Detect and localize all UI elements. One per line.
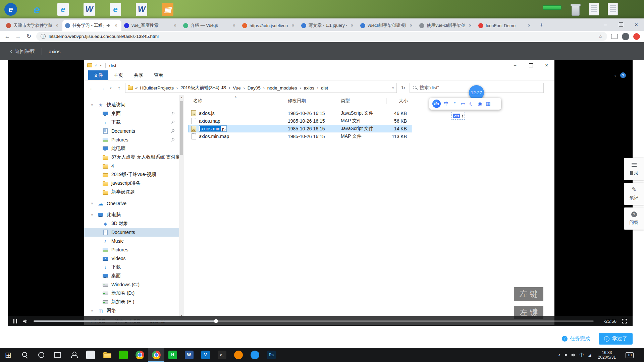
tray-clock[interactable]: 16:33 2020/5/31 xyxy=(595,350,619,360)
taskbar-app[interactable] xyxy=(230,348,247,362)
nav-item[interactable]: 下载 xyxy=(84,118,179,127)
ribbon-tab[interactable]: 主页 xyxy=(108,70,128,80)
taskbar-app[interactable]: W xyxy=(181,348,197,362)
nav-item[interactable]: 新毕设课题 xyxy=(84,188,179,196)
ime-tool-icon[interactable]: ” xyxy=(451,101,458,107)
file-row[interactable]: axios.js 1985-10-26 16:15 JavaScript 文件 … xyxy=(188,109,412,117)
tab-close-icon[interactable] xyxy=(54,23,60,28)
desktop-icon[interactable]: e xyxy=(29,1,45,17)
desktop-icon[interactable]: W xyxy=(81,1,97,17)
breadcrumb-segment[interactable]: axios xyxy=(304,85,321,90)
task-complete-status[interactable]: 任务完成 xyxy=(562,336,590,342)
desktop-icon[interactable]: ▦ xyxy=(160,1,176,17)
address-breadcrumb-bar[interactable]: « HBuilderProjects 2019级大前端(3+4)-JS Vue xyxy=(125,83,397,93)
tray-ime-indicator[interactable]: 中 xyxy=(580,352,584,358)
nav-item[interactable]: Music xyxy=(84,237,179,245)
explorer-maximize-button[interactable] xyxy=(523,60,539,70)
taskbar-app[interactable] xyxy=(16,348,33,362)
tray-expand-icon[interactable] xyxy=(558,353,561,357)
nav-item[interactable]: 桌面 xyxy=(84,272,179,280)
tab-close-icon[interactable] xyxy=(231,23,237,28)
pause-button[interactable] xyxy=(13,319,17,323)
desktop-icon[interactable]: e xyxy=(107,1,123,17)
back-button[interactable]: ← xyxy=(4,33,11,40)
volume-button[interactable] xyxy=(22,318,28,324)
tab-close-icon[interactable] xyxy=(113,23,119,28)
ime-tool-icon[interactable]: ◉ xyxy=(476,101,483,107)
browser-tab[interactable]: 天津市大学软件学院 W xyxy=(3,20,62,31)
ribbon-tab[interactable]: 查看 xyxy=(149,70,169,80)
breadcrumb-segment[interactable]: node_modules xyxy=(267,85,304,90)
help-icon[interactable] xyxy=(620,72,626,78)
course-tool-button[interactable]: 问答 xyxy=(624,207,644,230)
breadcrumb-segment[interactable]: Vue xyxy=(233,85,248,90)
nav-scrollbar[interactable]: ▴ ▾ xyxy=(179,95,184,318)
tray-network-icon[interactable] xyxy=(588,353,591,358)
browser-tab[interactable]: 使用vue-cli脚手架创建 xyxy=(417,20,476,31)
desktop-file-icon[interactable] xyxy=(608,3,618,15)
collapse-ribbon-icon[interactable] xyxy=(614,74,616,77)
taskbar-app[interactable] xyxy=(0,348,16,362)
nav-item[interactable]: OneDrive xyxy=(84,199,179,208)
tab-close-icon[interactable] xyxy=(526,23,532,28)
nav-item[interactable]: 2019版-千锋vue-视频 xyxy=(84,170,179,179)
nav-item[interactable]: Pictures xyxy=(84,245,179,254)
taskbar-app[interactable] xyxy=(33,348,49,362)
tab-close-icon[interactable] xyxy=(408,23,414,28)
ime-tool-icon[interactable]: ▦ xyxy=(485,101,492,107)
refresh-button[interactable] xyxy=(398,85,408,90)
bookmark-star-icon[interactable] xyxy=(598,34,603,40)
nav-item[interactable]: 下载 xyxy=(84,263,179,272)
ribbon-tab[interactable]: 文件 xyxy=(88,70,108,80)
column-header[interactable]: 大小 xyxy=(386,98,410,104)
column-header[interactable]: 修改日期 xyxy=(285,98,338,104)
reading-list-icon[interactable] xyxy=(611,34,618,39)
show-desktop-strip[interactable] xyxy=(641,348,643,362)
taskbar-app[interactable]: Ps xyxy=(263,348,279,362)
nav-item[interactable]: 3D 对象 xyxy=(84,219,179,228)
taskbar-app[interactable] xyxy=(99,348,115,362)
usb-status-widget[interactable] xyxy=(543,5,561,10)
course-tool-button[interactable]: 笔记 xyxy=(624,183,644,205)
browser-tab[interactable]: IconFont Demo xyxy=(476,20,535,31)
new-tab-button[interactable] xyxy=(537,20,546,30)
site-info-icon[interactable] xyxy=(41,34,46,39)
profile-avatar[interactable] xyxy=(622,33,629,40)
browser-tab[interactable]: 写文章 - 1.1 jquery - xyxy=(299,20,358,31)
forward-button[interactable]: → xyxy=(15,33,21,40)
explorer-minimize-button[interactable] xyxy=(507,60,523,70)
tray-volume-icon[interactable] xyxy=(571,353,576,357)
nav-up-button[interactable]: ↑ xyxy=(115,85,123,91)
taskbar-app[interactable]: V xyxy=(197,348,214,362)
fullscreen-button[interactable] xyxy=(622,318,627,324)
close-button[interactable] xyxy=(629,18,644,31)
taskbar-app[interactable] xyxy=(148,348,164,362)
nav-item[interactable]: Documents xyxy=(84,228,179,237)
taskbar-app[interactable] xyxy=(49,348,66,362)
nav-item[interactable]: 快速访问 xyxy=(84,101,179,109)
browser-tab[interactable]: https://cdn.jsdelivr.ne xyxy=(239,20,299,31)
browser-tab[interactable]: vuecli脚手架创建项目 xyxy=(358,20,417,31)
breadcrumb-segment[interactable]: HBuilderProjects xyxy=(140,85,181,90)
nav-item[interactable]: 此电脑 xyxy=(84,144,179,153)
nav-forward-button[interactable]: → xyxy=(98,85,107,91)
breadcrumb-segment[interactable]: Day05 xyxy=(248,85,267,90)
tab-close-icon[interactable] xyxy=(349,23,355,28)
nav-item[interactable]: 4 xyxy=(84,162,179,170)
scrollbar-thumb[interactable] xyxy=(180,101,183,155)
course-tool-button[interactable]: 目录 xyxy=(624,158,644,180)
desktop-icon[interactable]: W xyxy=(133,1,150,17)
file-row[interactable]: axios.map 1985-10-26 16:15 MAP 文件 56 KB xyxy=(188,117,412,125)
file-row[interactable]: axios.min.map 1985-10-26 16:15 MAP 文件 11… xyxy=(188,132,412,140)
rename-input[interactable]: axios.min.js xyxy=(199,125,227,132)
ime-toolbar[interactable]: du 中 ” ▭ ☾ ◉ ▦ xyxy=(429,98,501,110)
tab-close-icon[interactable] xyxy=(467,23,473,28)
reload-button[interactable]: ↻ xyxy=(25,33,32,40)
breadcrumb-segment[interactable]: dist xyxy=(321,85,328,90)
ime-tool-icon[interactable]: ☾ xyxy=(468,101,475,107)
breadcrumb-overflow[interactable]: « xyxy=(135,85,138,90)
taskbar-app[interactable] xyxy=(131,348,148,362)
browser-tab[interactable]: 任务学习 - 工程实... xyxy=(62,20,121,31)
desktop-icon[interactable]: e xyxy=(3,1,19,17)
nav-back-button[interactable]: ← xyxy=(88,85,96,91)
